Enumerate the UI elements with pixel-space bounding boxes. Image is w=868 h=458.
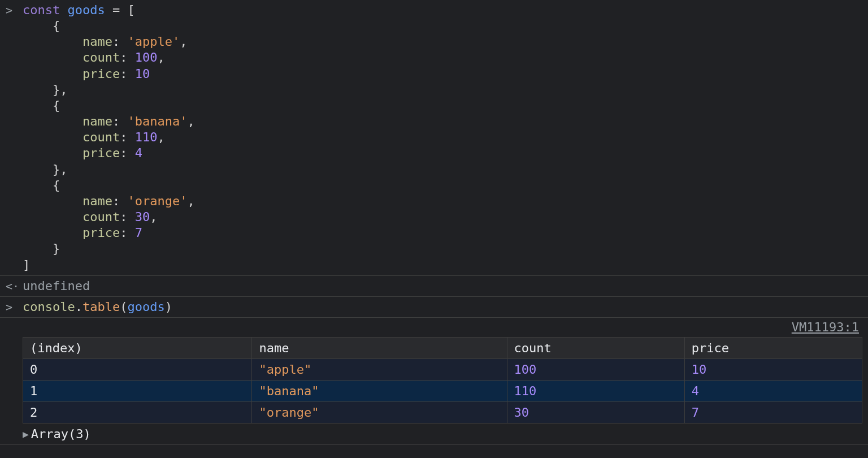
input-prompt-icon: >	[6, 300, 12, 314]
console-input-entry[interactable]: > console.table(goods)	[0, 297, 868, 318]
input-prompt-icon: >	[6, 3, 12, 17]
output-prompt-icon: <·	[6, 279, 19, 293]
console-table-output: VM11193:1 (index) name count price 0"app…	[0, 318, 868, 445]
cell-count: 110	[507, 380, 684, 401]
cell-index: 0	[23, 358, 252, 380]
cell-name: "orange"	[252, 401, 507, 423]
cell-index: 1	[23, 380, 252, 401]
th-count[interactable]: count	[507, 337, 684, 358]
cell-name: "apple"	[252, 358, 507, 380]
vm-source-link[interactable]: VM11193:1	[792, 320, 859, 334]
th-index[interactable]: (index)	[23, 337, 252, 358]
cell-index: 2	[23, 401, 252, 423]
code-block-console-table: console.table(goods)	[23, 299, 862, 315]
cell-price: 4	[684, 380, 862, 401]
console-table-body: 0"apple"100101"banana"11042"orange"307	[23, 358, 862, 423]
table-row[interactable]: 2"orange"307	[23, 401, 862, 423]
console-table-head: (index) name count price	[23, 337, 862, 358]
th-price[interactable]: price	[684, 337, 862, 358]
table-row[interactable]: 1"banana"1104	[23, 380, 862, 401]
array-summary-toggle[interactable]: ▶Array(3)	[23, 427, 862, 441]
cell-count: 30	[507, 401, 684, 423]
console-input-entry[interactable]: > const goods = [ { name: 'apple', count…	[0, 0, 868, 276]
cell-price: 10	[684, 358, 862, 380]
cell-name: "banana"	[252, 380, 507, 401]
array-summary-label: Array(3)	[31, 427, 91, 441]
console-result-entry: <· undefined	[0, 276, 868, 297]
console-table: (index) name count price 0"apple"100101"…	[23, 337, 862, 424]
code-block-goods-decl: const goods = [ { name: 'apple', count: …	[23, 2, 862, 273]
cell-price: 7	[684, 401, 862, 423]
result-undefined: undefined	[23, 279, 90, 293]
th-name[interactable]: name	[252, 337, 507, 358]
disclosure-triangle-icon: ▶	[23, 428, 29, 440]
cell-count: 100	[507, 358, 684, 380]
table-row[interactable]: 0"apple"10010	[23, 358, 862, 380]
